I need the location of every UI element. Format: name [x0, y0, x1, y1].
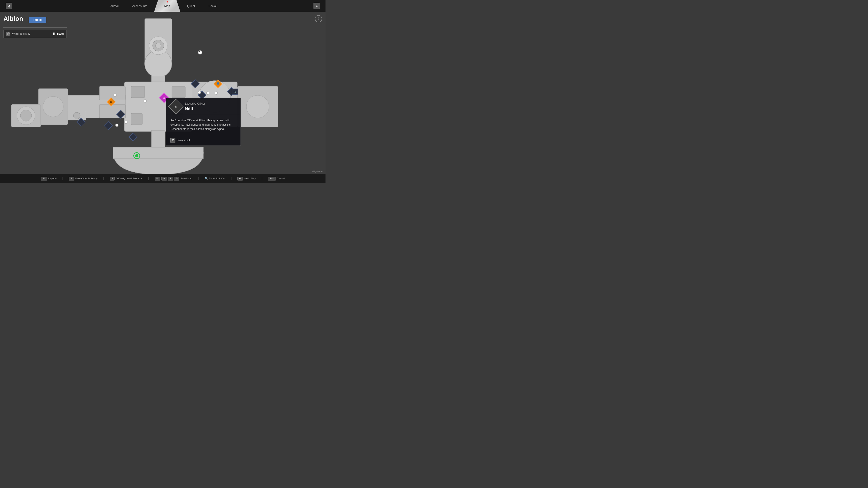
difficulty-value: Hard: [57, 32, 64, 36]
svg-marker-30: [8, 33, 9, 35]
difficulty-icon: [6, 32, 10, 36]
key-f[interactable]: F: [110, 177, 115, 181]
label-legend: Legend: [48, 177, 57, 180]
npc-title-block: Executive Officer Nell: [185, 102, 205, 111]
marker-white-4: [124, 121, 127, 124]
divider-3: |: [148, 176, 149, 181]
label-scroll: Scroll Map: [180, 177, 192, 180]
label-zoom: Zoom In & Out: [209, 177, 225, 180]
help-button[interactable]: ?: [315, 15, 322, 22]
key-w[interactable]: W: [155, 177, 160, 181]
npc-popup-header: ◈ Executive Officer Nell: [166, 98, 241, 115]
nav-item-quest[interactable]: Quest: [180, 0, 202, 12]
q-key-button[interactable]: Q: [6, 3, 12, 9]
npc-popup-footer: X Way Point: [166, 135, 241, 145]
divider-6: |: [261, 176, 262, 181]
difficulty-bar[interactable]: World Difficulty Hard: [3, 30, 67, 38]
difficulty-label: World Difficulty: [12, 32, 30, 35]
main-content: ✉ 👤 ◈: [0, 12, 326, 174]
difficulty-left: World Difficulty: [6, 32, 30, 36]
nav-item-access-info[interactable]: Access Info: [125, 0, 154, 12]
key-g[interactable]: G: [237, 177, 243, 181]
marker-mail-orange[interactable]: ✉: [108, 99, 114, 105]
watermark: GigGamer: [312, 170, 323, 173]
waypoint-key[interactable]: X: [170, 138, 176, 143]
svg-rect-19: [113, 147, 204, 159]
marker-dark-6[interactable]: [105, 123, 112, 129]
npc-popup-body: An Executive Officer at Albion Headquart…: [166, 115, 241, 135]
key-a[interactable]: A: [161, 177, 166, 181]
svg-point-27: [73, 112, 80, 119]
divider-5: |: [231, 176, 232, 181]
marker-white-7: [215, 92, 218, 95]
marker-dark-7[interactable]: [130, 134, 136, 140]
marker-person-orange-right[interactable]: 👤: [215, 80, 221, 87]
bottom-key-world-map: G World Map: [237, 177, 256, 181]
label-cancel: Cancel: [277, 177, 285, 180]
marker-globe[interactable]: ⊕: [232, 89, 238, 95]
key-d[interactable]: D: [174, 177, 179, 181]
label-other-difficulty: View Other Difficulty: [75, 177, 98, 180]
nav-item-map[interactable]: Map: [154, 0, 180, 12]
marker-dark-1[interactable]: [78, 119, 84, 125]
bottom-key-other-difficulty: R View Other Difficulty: [69, 177, 97, 181]
npc-role: Executive Officer: [185, 102, 205, 105]
npc-description: An Executive Officer at Albion Headquart…: [170, 119, 237, 131]
title-row: Albion Public: [3, 15, 67, 25]
e-key-button[interactable]: E: [313, 3, 320, 9]
key-r[interactable]: R: [69, 177, 74, 181]
bottom-key-legend: F1 Legend: [41, 177, 57, 181]
divider-4: |: [198, 176, 199, 181]
svg-rect-24: [99, 86, 125, 100]
svg-rect-22: [131, 113, 143, 125]
marker-dark-5[interactable]: [118, 111, 124, 118]
public-button[interactable]: Public: [29, 17, 46, 23]
bottom-bar: F1 Legend | R View Other Difficulty | F …: [0, 174, 326, 183]
svg-point-13: [20, 110, 32, 121]
nav-right-key: E: [312, 3, 321, 9]
label-world-map: World Map: [244, 177, 256, 180]
marker-white-3: [115, 124, 119, 127]
divider-2: |: [103, 176, 104, 181]
key-s[interactable]: S: [168, 177, 173, 181]
waypoint-label: Way Point: [178, 139, 190, 142]
npc-icon-symbol: ◈: [174, 104, 178, 109]
npc-icon-diamond: ◈: [168, 99, 184, 114]
map-notification-dot: [166, 1, 168, 2]
npc-popup: ◈ Executive Officer Nell An Executive Of…: [166, 98, 241, 146]
marker-white-2: [144, 99, 147, 103]
bottom-key-cancel: Esc Cancel: [268, 177, 285, 181]
svg-point-10: [43, 96, 63, 117]
npc-name: Nell: [185, 106, 205, 111]
nav-item-social[interactable]: Social: [202, 0, 223, 12]
svg-point-5: [156, 43, 161, 48]
svg-point-17: [246, 95, 269, 118]
marker-white-5: [198, 91, 201, 94]
nav-item-journal[interactable]: Journal: [102, 0, 125, 12]
difficulty-right: Hard: [53, 32, 64, 36]
nav-items-container: Journal Access Info Map Quest Social: [102, 0, 223, 12]
pause-icon: [53, 33, 55, 35]
marker-white-6: [206, 92, 209, 95]
info-panel: Albion Public World Difficulty Hard: [3, 15, 67, 38]
svg-rect-21: [172, 86, 185, 98]
marker-green-spawn[interactable]: [133, 152, 140, 159]
bottom-key-rewards: F Difficulty Level Rewards: [110, 177, 142, 181]
bottom-key-scroll: W A S D Scroll Map: [155, 177, 192, 181]
separator-line: [3, 27, 67, 28]
label-rewards: Difficulty Level Rewards: [116, 177, 142, 180]
marker-dark-2[interactable]: [192, 80, 198, 87]
key-f1[interactable]: F1: [41, 177, 47, 181]
marker-white-1: [114, 94, 117, 97]
divider-1: |: [62, 176, 63, 181]
svg-rect-20: [131, 86, 145, 98]
key-esc[interactable]: Esc: [268, 177, 276, 181]
nav-left-key: Q: [4, 3, 13, 9]
bottom-key-zoom: 🔍 Zoom In & Out: [205, 177, 225, 180]
zoom-icon: 🔍: [205, 177, 208, 180]
top-navigation: Q Journal Access Info Map Quest Social E: [0, 0, 326, 12]
world-title: Albion: [3, 15, 23, 22]
